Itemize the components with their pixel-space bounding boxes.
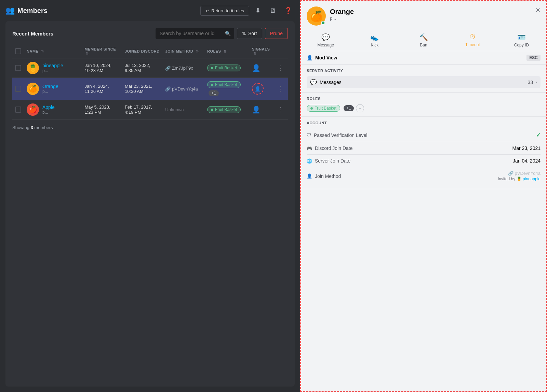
remove-member-signal-icon[interactable]: 👤	[252, 83, 264, 95]
more-options-icon[interactable]: ⋮	[278, 65, 284, 71]
joined-discord-cell: Mar 23, 2021, 10:30 AM	[122, 78, 162, 100]
table-row[interactable]: 🍎 Apple b... May 5, 2023, 1:23 PMFeb 17,…	[12, 100, 288, 120]
select-all-checkbox[interactable]	[15, 48, 21, 54]
search-wrapper: 🔍	[156, 28, 234, 39]
tab-message-label: Message	[317, 43, 334, 47]
member-name-cell: 🍊 Orange p...	[24, 78, 82, 100]
table-header: NAME ⇅ MEMBER SINCE ⇅ JOINED DISCORD JOI…	[12, 44, 288, 58]
showing-label: Showing	[12, 125, 29, 130]
member-name: pineapple	[42, 63, 63, 68]
joined-discord-cell: Jul 13, 2022, 9:35 AM	[122, 58, 162, 78]
col-header-name: NAME ⇅	[24, 44, 82, 58]
members-container: Recent Members 🔍 ⇅ Sort Prune	[5, 21, 295, 387]
more-options-icon[interactable]: ⋮	[278, 106, 284, 113]
members-header: Recent Members 🔍 ⇅ Sort Prune	[12, 28, 288, 39]
server-join-row: 🌐 Server Join Date Jan 04, 2024	[307, 155, 541, 167]
member-name-cell: 🍍 pineapple p...	[24, 58, 82, 78]
row-checkbox[interactable]	[15, 107, 21, 113]
join-method-cell: 🔗pVDevnYq4a	[162, 78, 204, 100]
select-all-header	[12, 44, 24, 58]
roles-cell: Fruit Basket+1	[204, 78, 249, 100]
role-dot	[211, 109, 213, 111]
signals-cell: 👤	[249, 78, 275, 100]
return-to-rules-button[interactable]: ↩ Return to # rules	[200, 6, 249, 16]
verification-text: Passed Verification Level	[314, 132, 367, 138]
tab-timeout[interactable]: ⏱ Timeout	[448, 30, 497, 51]
ban-icon: 🔨	[419, 33, 428, 41]
invite-code: pVDevnYq4a	[515, 171, 541, 176]
profile-username: p...	[330, 16, 541, 21]
members-table: NAME ⇅ MEMBER SINCE ⇅ JOINED DISCORD JOI…	[12, 44, 288, 120]
member-since-cell: Jan 4, 2024, 11:26 AM	[82, 78, 122, 100]
link-icon: 🔗	[165, 66, 171, 71]
invite-link-value: 🔗 pVDevnYq4a	[508, 171, 541, 176]
inviter-avatar-icon: 🍍	[517, 177, 522, 181]
inviter-name: pineapple	[523, 177, 541, 181]
role-badge: Fruit Basket	[207, 81, 241, 88]
link-icon: 🔗	[165, 86, 171, 92]
table-row[interactable]: 🍍 pineapple p... Jan 10, 2024, 10:23 AMJ…	[12, 58, 288, 78]
col-header-join-method: JOIN METHOD ⇅	[162, 44, 204, 58]
timeout-icon: ⏱	[469, 33, 476, 41]
messages-label: Messages	[320, 80, 342, 85]
monitor-icon-button[interactable]: 🖥	[267, 6, 278, 16]
person-icon: 👤	[307, 173, 312, 179]
col-header-actions	[275, 44, 288, 58]
tab-kick-label: Kick	[371, 43, 378, 47]
tab-copy-id[interactable]: 🪪 Copy ID	[497, 30, 546, 51]
online-status-dot	[321, 21, 325, 25]
discord-join-value: Mar 23, 2021	[512, 145, 541, 151]
mod-view-label-area: 👤 Mod View	[307, 55, 337, 60]
invite-code: pVDevnYq4a	[172, 86, 198, 92]
add-role-button[interactable]: +	[356, 104, 364, 112]
add-member-signal-icon[interactable]: 👤	[252, 106, 261, 113]
discord-join-label: 🎮 Discord Join Date	[307, 145, 353, 151]
discord-join-row: 🎮 Discord Join Date Mar 23, 2021	[307, 142, 541, 155]
page-title: Members	[17, 7, 48, 15]
add-member-signal-icon[interactable]: 👤	[252, 64, 261, 72]
messages-icon: 💬	[310, 79, 317, 85]
member-name: Apple	[42, 104, 55, 110]
tab-ban-label: Ban	[420, 43, 427, 47]
link-icon: 🔗	[508, 171, 513, 176]
chevron-right-icon: ›	[536, 80, 537, 85]
verification-row: 🛡 Passed Verification Level ✓	[307, 128, 541, 142]
checkbox-cell	[12, 78, 24, 100]
download-icon-button[interactable]: ⬇	[253, 5, 263, 16]
mod-view-text: Mod View	[315, 55, 337, 60]
joined-discord-cell: Feb 17, 2017, 4:19 PM	[122, 100, 162, 120]
member-avatar: 🍍	[27, 62, 39, 74]
globe-icon: 🌐	[307, 158, 312, 164]
row-checkbox[interactable]	[15, 86, 21, 92]
tab-message[interactable]: 💬 Message	[301, 30, 350, 51]
sort-button[interactable]: ⇅ Sort	[237, 28, 262, 39]
sort-label: Sort	[248, 31, 257, 36]
return-icon: ↩	[205, 8, 209, 13]
role-dot	[211, 67, 213, 69]
more-options-icon[interactable]: ⋮	[278, 85, 284, 92]
action-tabs: 💬 Message 👟 Kick 🔨 Ban ⏱ Timeout 🪪 Copy …	[301, 30, 546, 51]
help-icon-button[interactable]: ❓	[282, 5, 295, 16]
search-input[interactable]	[156, 28, 234, 39]
messages-activity-row[interactable]: 💬 Messages 33 ›	[307, 76, 541, 88]
join-method-text: Join Method	[315, 173, 341, 179]
col-header-member-since: MEMBER SINCE ⇅	[82, 44, 122, 58]
server-join-value: Jan 04, 2024	[513, 158, 541, 164]
member-since-sort-icon: ⇅	[86, 52, 89, 55]
col-header-signals: SIGNALS ⇅	[249, 44, 275, 58]
close-panel-button[interactable]: ✕	[534, 5, 542, 15]
member-username: p...	[42, 89, 58, 94]
roles-cell: Fruit Basket	[204, 100, 249, 120]
roles-section: ROLES Fruit Basket +1 +	[301, 93, 546, 117]
page-title-area: 👥 Members	[5, 6, 197, 15]
table-row[interactable]: 🍊 Orange p... Jan 4, 2024, 11:26 AMMar 2…	[12, 78, 288, 100]
server-join-label: 🌐 Server Join Date	[307, 158, 350, 164]
recent-members-title: Recent Members	[12, 31, 53, 37]
tab-ban[interactable]: 🔨 Ban	[399, 30, 448, 51]
tab-kick[interactable]: 👟 Kick	[350, 30, 399, 51]
roles-sort-icon: ⇅	[224, 50, 227, 53]
server-join-text: Server Join Date	[315, 158, 350, 164]
prune-button[interactable]: Prune	[265, 28, 288, 39]
prune-label: Prune	[270, 31, 283, 36]
row-checkbox[interactable]	[15, 65, 21, 71]
